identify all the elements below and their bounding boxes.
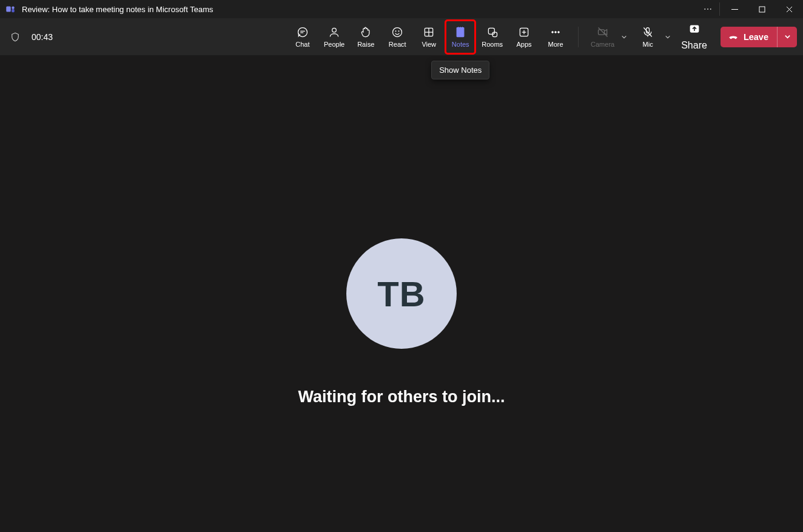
shield-icon[interactable] <box>10 32 21 42</box>
raise-hand-icon <box>360 26 372 38</box>
leave-label: Leave <box>744 32 768 42</box>
more-icon <box>549 26 562 38</box>
mic-button[interactable]: Mic <box>634 21 662 53</box>
chat-button[interactable]: Chat <box>289 21 317 53</box>
window-minimize-button[interactable] <box>721 0 748 18</box>
svg-point-15 <box>558 31 560 33</box>
view-icon <box>423 26 435 38</box>
notes-tooltip: Show Notes <box>431 61 489 79</box>
mic-label: Mic <box>643 41 653 48</box>
share-icon <box>688 23 701 38</box>
share-button[interactable]: Share <box>677 21 711 53</box>
svg-rect-3 <box>759 7 765 12</box>
view-button[interactable]: View <box>415 21 443 53</box>
react-icon <box>391 26 403 38</box>
camera-button[interactable]: Camera <box>587 21 618 53</box>
waiting-message: Waiting for others to join... <box>298 388 505 406</box>
rooms-label: Rooms <box>482 41 503 48</box>
chat-label: Chat <box>295 41 309 48</box>
view-label: View <box>422 41 436 48</box>
react-button[interactable]: React <box>383 21 411 53</box>
titlebar: Review: How to take meeting notes in Mic… <box>0 0 803 18</box>
rooms-icon <box>486 26 499 38</box>
raise-hand-button[interactable]: Raise <box>352 21 380 53</box>
hangup-icon <box>728 32 739 42</box>
svg-point-13 <box>552 31 554 33</box>
share-label: Share <box>681 40 707 51</box>
meeting-stage: TB Waiting for others to join... <box>0 55 803 532</box>
meeting-timer: 00:43 <box>32 32 53 42</box>
people-icon <box>328 26 340 38</box>
toolbar-main-group: Chat People Raise React View <box>289 21 797 53</box>
teams-app-icon <box>5 4 16 15</box>
notes-label: Notes <box>452 41 469 48</box>
leave-button-group: Leave <box>721 27 797 47</box>
people-label: People <box>324 41 344 48</box>
leave-options-button[interactable] <box>778 27 797 47</box>
camera-label: Camera <box>591 41 614 48</box>
camera-off-icon <box>597 26 609 38</box>
react-label: React <box>389 41 406 48</box>
svg-point-5 <box>332 28 337 32</box>
window-close-button[interactable] <box>776 0 803 18</box>
people-button[interactable]: People <box>320 21 348 53</box>
apps-icon <box>518 26 530 38</box>
raise-label: Raise <box>357 41 374 48</box>
window-maximize-button[interactable] <box>748 0 776 18</box>
notes-button[interactable]: Notes <box>446 21 474 53</box>
svg-rect-0 <box>6 7 11 12</box>
mic-options-button[interactable] <box>662 21 674 53</box>
svg-point-7 <box>395 30 396 31</box>
more-label: More <box>548 41 563 48</box>
leave-button[interactable]: Leave <box>721 27 778 47</box>
mic-off-icon <box>642 26 654 38</box>
titlebar-more-button[interactable]: ⋯ <box>697 2 720 16</box>
meeting-toolbar: 00:43 Chat People Raise React <box>0 18 803 55</box>
apps-label: Apps <box>517 41 532 48</box>
svg-rect-10 <box>488 28 494 34</box>
svg-point-6 <box>393 27 402 36</box>
svg-point-14 <box>555 31 557 33</box>
participant-avatar: TB <box>346 238 457 349</box>
toolbar-separator <box>578 27 579 47</box>
apps-button[interactable]: Apps <box>510 21 538 53</box>
camera-options-button[interactable] <box>618 21 630 53</box>
window-title: Review: How to take meeting notes in Mic… <box>22 5 697 14</box>
chat-icon <box>297 26 309 38</box>
rooms-button[interactable]: Rooms <box>478 21 506 53</box>
notes-icon <box>454 26 466 38</box>
svg-point-1 <box>12 7 15 10</box>
more-button[interactable]: More <box>542 21 569 53</box>
avatar-initials: TB <box>377 274 425 314</box>
svg-point-8 <box>398 30 399 31</box>
svg-rect-2 <box>12 9 15 12</box>
